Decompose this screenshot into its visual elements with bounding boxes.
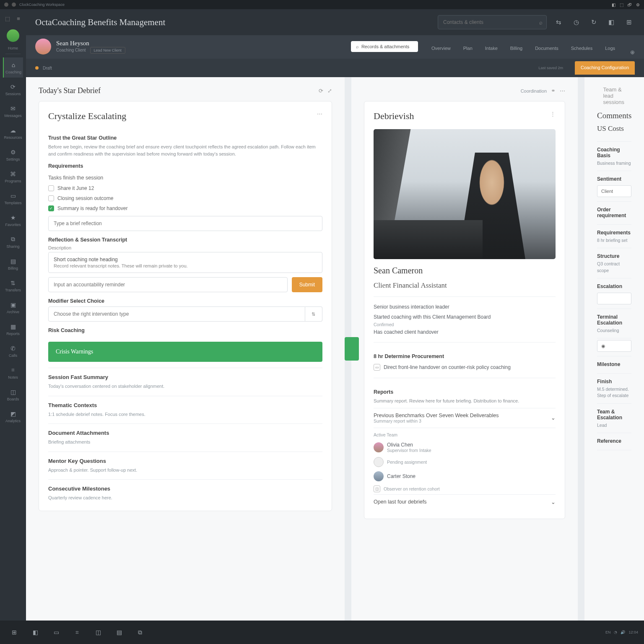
profile-photo xyxy=(374,129,556,259)
record-search[interactable]: ⌕ Records & attachments xyxy=(351,41,418,52)
checkbox-icon[interactable] xyxy=(48,195,54,201)
taskbar-network-icon[interactable]: ◔ xyxy=(614,630,617,634)
rail-item-transfers[interactable]: ⇅Transfers xyxy=(3,275,23,296)
os-app-icon[interactable] xyxy=(4,3,8,7)
section-people-icon[interactable]: ⚭ xyxy=(551,88,556,94)
rail-item-sessions[interactable]: ⟳Sessions xyxy=(3,79,23,99)
header-tool-swap-icon[interactable]: ⇆ xyxy=(553,16,564,28)
tab-plan[interactable]: Plan xyxy=(457,42,478,55)
header-tool-panel-icon[interactable]: ◧ xyxy=(605,16,617,28)
rail-item-archive[interactable]: ▣Archive xyxy=(3,297,23,317)
rail-menu-icon[interactable]: ≡ xyxy=(15,13,22,23)
tray-icon[interactable]: ⚙ xyxy=(636,3,640,7)
rail-avatar-label: Home xyxy=(8,46,18,50)
checkbox-checked-icon[interactable]: ✓ xyxy=(48,205,54,211)
taskbar-start-icon[interactable]: ⊞ xyxy=(6,624,23,641)
taskbar-app-icon[interactable]: ▭ xyxy=(48,624,65,641)
crisis-warnings-button[interactable]: Crisis Warnings xyxy=(48,342,322,362)
accountability-input[interactable] xyxy=(48,277,288,292)
escalation-input[interactable] xyxy=(597,293,631,304)
section-refresh-icon[interactable]: ⟳ xyxy=(319,88,323,94)
rail-icon: ▤ xyxy=(9,257,17,265)
os-menubar: ClockCoaching Workspace ◧ ⬚ 🗗 ⚙ xyxy=(0,0,644,9)
tray-icon[interactable]: ⬚ xyxy=(620,3,623,7)
right-meta: Team & lead sessions xyxy=(603,86,632,105)
rail-item-notes[interactable]: ⌗Notes xyxy=(3,363,23,383)
tab-logs[interactable]: Logs xyxy=(599,42,621,55)
status-row: Draft Last saved 2m Coaching Configurati… xyxy=(26,59,644,77)
reflection-input[interactable] xyxy=(48,216,322,231)
taskbar-app-icon[interactable]: ⌗ xyxy=(69,624,86,641)
card-more-icon[interactable]: ⋮ xyxy=(550,111,556,117)
notes-textarea[interactable]: Short coaching note heading Record relev… xyxy=(48,252,322,273)
person-row[interactable]: Olivia ChenSupervisor from Intake xyxy=(374,440,556,455)
section-expand-icon[interactable]: ⤢ xyxy=(327,88,332,94)
radio-input[interactable] xyxy=(597,340,631,352)
tray-icon[interactable]: ◧ xyxy=(612,3,615,7)
taskbar-volume-icon[interactable]: 🔊 xyxy=(621,630,625,634)
rail-item-reports[interactable]: ▦Reports xyxy=(3,319,23,339)
taskbar-app-icon[interactable]: ◫ xyxy=(90,624,106,641)
r-label: Escalation xyxy=(597,283,631,289)
modifier-select[interactable] xyxy=(48,306,305,322)
search-icon[interactable]: ⌕ xyxy=(539,19,543,26)
global-search-input[interactable] xyxy=(438,15,547,29)
tab-intake[interactable]: Intake xyxy=(479,42,504,55)
rail-item-resources[interactable]: ☁Resources xyxy=(3,123,23,143)
tab-add-icon[interactable]: ⊕ xyxy=(630,49,635,55)
rail-item-templates[interactable]: ▭Templates xyxy=(3,188,23,208)
taskbar-app-icon[interactable]: ▤ xyxy=(111,624,127,641)
checklist-item[interactable]: Closing session outcome xyxy=(48,193,322,203)
client-avatar[interactable] xyxy=(35,39,51,55)
tab-documents[interactable]: Documents xyxy=(529,42,564,55)
rail-item-messages[interactable]: ✉Messages xyxy=(3,101,23,121)
r-label: Finish xyxy=(597,379,631,384)
rail-item-billing[interactable]: ▤Billing xyxy=(3,254,23,274)
chevron-down-icon: ⌄ xyxy=(551,415,556,421)
r-label: Milestone xyxy=(597,361,631,367)
rail-item-boards[interactable]: ◫Boards xyxy=(3,384,23,405)
sentiment-input[interactable] xyxy=(597,185,631,197)
header-tool-refresh-icon[interactable]: ↻ xyxy=(588,16,600,28)
header-tool-clock-icon[interactable]: ◷ xyxy=(570,16,582,28)
person-row[interactable]: Carter Stone xyxy=(374,469,556,483)
card-more-icon[interactable]: ⋯ xyxy=(317,111,322,117)
block-body: Quarterly review cadence here. xyxy=(48,494,322,501)
rail-item-sharing[interactable]: ⧉Sharing xyxy=(3,232,23,252)
rail-item-settings[interactable]: ⚙Settings xyxy=(3,145,23,165)
submit-button[interactable]: Submit xyxy=(292,277,322,292)
taskbar-app-icon[interactable]: ◧ xyxy=(27,624,44,641)
rail-item-coaching[interactable]: ⌂ Coaching xyxy=(3,57,23,78)
taskbar-lang[interactable]: EN xyxy=(605,630,611,634)
record-search-placeholder: Records & attachments xyxy=(361,44,409,49)
tab-billing[interactable]: Billing xyxy=(504,42,528,55)
tab-overview[interactable]: Overview xyxy=(426,42,457,55)
header-tool-grid-icon[interactable]: ⊞ xyxy=(623,16,635,28)
rail-item-analytics[interactable]: ◩Analytics xyxy=(3,406,23,426)
person-row[interactable]: Pending assignment xyxy=(374,455,556,469)
rail-item-favorites[interactable]: ★Favorites xyxy=(3,210,23,230)
tab-config-active[interactable]: Coaching Configuration xyxy=(575,61,635,75)
client-status-chip[interactable]: Lead New Client xyxy=(90,47,125,54)
column-drag-handle[interactable] xyxy=(345,337,359,361)
rail-app-icon[interactable]: ⬚ xyxy=(4,13,11,23)
checkbox-icon[interactable] xyxy=(48,185,54,191)
status-label: Draft xyxy=(43,66,52,70)
os-app-icon-2[interactable] xyxy=(12,3,16,7)
footer-link[interactable]: Open last four debriefs ⌄ xyxy=(374,494,556,509)
taskbar-clock[interactable]: 12:04 xyxy=(628,630,638,634)
rail-avatar[interactable] xyxy=(7,29,19,42)
rail-item-programs[interactable]: ⌘Programs xyxy=(3,166,23,187)
block-title: Consecutive Milestones xyxy=(48,486,322,492)
tab-schedules[interactable]: Schedules xyxy=(565,42,598,55)
checklist-item[interactable]: Share it June 12 xyxy=(48,183,322,193)
rail-item-calls[interactable]: ✆Calls xyxy=(3,341,23,361)
person-row[interactable]: ◫Observer on retention cohort xyxy=(374,483,556,494)
r-label: Requirements xyxy=(597,230,631,236)
collapse-benchmarks[interactable]: Previous Benchmarks Over Seven Week Deli… xyxy=(374,408,556,428)
modifier-sort-icon[interactable]: ⇅ xyxy=(305,306,322,322)
tray-icon[interactable]: 🗗 xyxy=(628,3,632,7)
checklist-item[interactable]: ✓Summary is ready for handover xyxy=(48,203,322,213)
taskbar-app-icon[interactable]: ⧉ xyxy=(132,624,148,641)
section-more-icon[interactable]: ⋯ xyxy=(560,88,565,94)
